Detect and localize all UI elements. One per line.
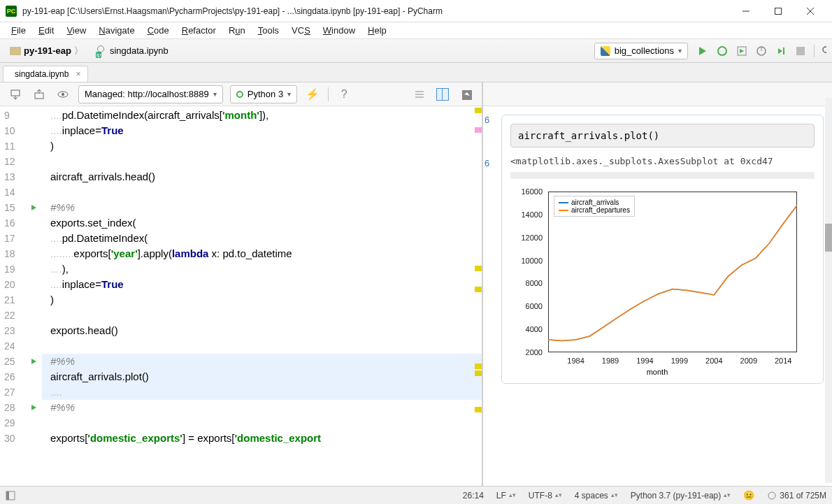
menu-file[interactable]: File	[6, 24, 31, 37]
view-editor-only-button[interactable]	[410, 86, 427, 103]
svg-rect-1	[775, 8, 782, 14]
svg-marker-8	[778, 48, 782, 54]
run-coverage-button[interactable]	[736, 45, 748, 57]
window-controls	[730, 1, 826, 22]
add-cell-below-button[interactable]	[7, 86, 24, 103]
folder-icon	[10, 47, 21, 55]
code-body[interactable]: ....pd.DatetimeIndex(aircraft_arrivals['…	[42, 106, 482, 486]
menu-edit[interactable]: Edit	[33, 24, 59, 37]
help-button[interactable]: ?	[336, 86, 352, 103]
ipynb-icon	[96, 45, 107, 57]
close-tab-icon[interactable]: ×	[76, 69, 80, 79]
menu-window[interactable]: Window	[317, 24, 361, 37]
svg-point-17	[62, 93, 64, 96]
menu-run[interactable]: Run	[223, 24, 251, 37]
debug-button[interactable]	[716, 45, 729, 57]
output-gutter: 6 6	[483, 115, 493, 201]
run-button[interactable]	[696, 45, 709, 57]
menu-tools[interactable]: Tools	[252, 24, 285, 37]
indent[interactable]: 4 spaces▴▾	[575, 491, 618, 501]
menu-refactor[interactable]: Refactor	[176, 24, 222, 37]
breadcrumb: py-191-eap 〉 singdata.ipynb	[6, 43, 173, 59]
svg-rect-24	[6, 491, 9, 500]
stop-button[interactable]	[794, 45, 807, 57]
output-scroll[interactable]: 6 6 aircraft_arrivals.plot() <matplotlib…	[483, 106, 832, 486]
jupyter-server-selector[interactable]: Managed: http://localhost:8889▾	[78, 85, 223, 103]
chart-xlabel: month	[647, 368, 668, 376]
breadcrumb-project[interactable]: py-191-eap 〉	[6, 43, 87, 59]
run-configuration-selector[interactable]: big_collections ▾	[594, 43, 688, 59]
right-scrollbar[interactable]	[825, 98, 832, 483]
cursor-position[interactable]: 26:14	[463, 491, 484, 501]
preview-button[interactable]	[55, 86, 71, 103]
cell-text-output: <matplotlib.axes._subplots.AxesSubplot a…	[510, 156, 815, 166]
svg-point-25	[768, 492, 775, 499]
titlebar: PC py-191-eap [C:\Users\Ernst.Haagsman\P…	[0, 0, 832, 22]
cell-input: aircraft_arrivals.plot()	[510, 124, 815, 147]
menu-navigate[interactable]: Navigate	[93, 24, 140, 37]
add-cell-above-button[interactable]	[31, 86, 48, 103]
search-button[interactable]	[814, 45, 826, 57]
menubar: File Edit View Navigate Code Refactor Ru…	[0, 22, 832, 39]
menu-vcs[interactable]: VCS	[286, 24, 316, 37]
editor-area: Managed: http://localhost:8889▾ Python 3…	[0, 82, 832, 486]
svg-marker-5	[740, 49, 744, 53]
code-panel: Managed: http://localhost:8889▾ Python 3…	[0, 82, 482, 486]
svg-point-10	[823, 47, 826, 52]
maximize-button[interactable]	[762, 1, 794, 22]
minimize-button[interactable]	[730, 1, 762, 22]
menu-help[interactable]: Help	[362, 24, 392, 37]
editor-tabs: singdata.ipynb ×	[0, 63, 832, 82]
output-cell: aircraft_arrivals.plot() <matplotlib.axe…	[501, 115, 824, 384]
menu-code[interactable]: Code	[142, 24, 175, 37]
interpreter[interactable]: Python 3.7 (py-191-eap)▴▾	[631, 491, 731, 501]
execute-button[interactable]: ⚡	[304, 86, 321, 103]
chart-legend: aircraft_arrivalsaircraft_departures	[554, 196, 635, 217]
view-split-button[interactable]	[434, 86, 451, 103]
marker-stripe[interactable]	[472, 106, 482, 486]
app-icon: PC	[6, 6, 17, 17]
breadcrumb-file[interactable]: singdata.ipynb	[92, 44, 173, 58]
gutter: 9101112131415161718192021222324252627282…	[0, 106, 42, 486]
kernel-status-icon	[236, 91, 243, 98]
status-bar: 26:14 LF▴▾ UTF-8▴▾ 4 spaces▴▾ Python 3.7…	[0, 486, 832, 504]
python-icon	[601, 46, 610, 56]
window-title: py-191-eap [C:\Users\Ernst.Haagsman\Pych…	[22, 6, 730, 16]
line-separator[interactable]: LF▴▾	[496, 491, 516, 501]
profile-button[interactable]	[755, 45, 768, 57]
tool-window-button[interactable]	[6, 491, 15, 501]
svg-rect-14	[35, 93, 43, 99]
output-panel: 6 6 aircraft_arrivals.plot() <matplotlib…	[482, 82, 832, 486]
chart: aircraft_arrivalsaircraft_departures 200…	[510, 186, 804, 375]
menu-view[interactable]: View	[61, 24, 92, 37]
notebook-toolbar: Managed: http://localhost:8889▾ Python 3…	[0, 82, 482, 106]
close-button[interactable]	[794, 1, 826, 22]
svg-rect-12	[11, 90, 20, 96]
memory-indicator[interactable]: 361 of 725M	[767, 491, 826, 501]
encoding[interactable]: UTF-8▴▾	[529, 491, 562, 501]
output-separator	[510, 172, 815, 179]
view-preview-only-button[interactable]	[458, 86, 475, 103]
inspection-face-icon[interactable]: 😐	[743, 490, 754, 501]
code-editor[interactable]: 9101112131415161718192021222324252627282…	[0, 106, 482, 486]
kernel-selector[interactable]: Python 3▾	[230, 85, 297, 103]
concurrency-button[interactable]	[775, 45, 787, 57]
main-toolbar: py-191-eap 〉 singdata.ipynb big_collecti…	[0, 39, 832, 63]
tab-singdata[interactable]: singdata.ipynb ×	[3, 66, 88, 82]
